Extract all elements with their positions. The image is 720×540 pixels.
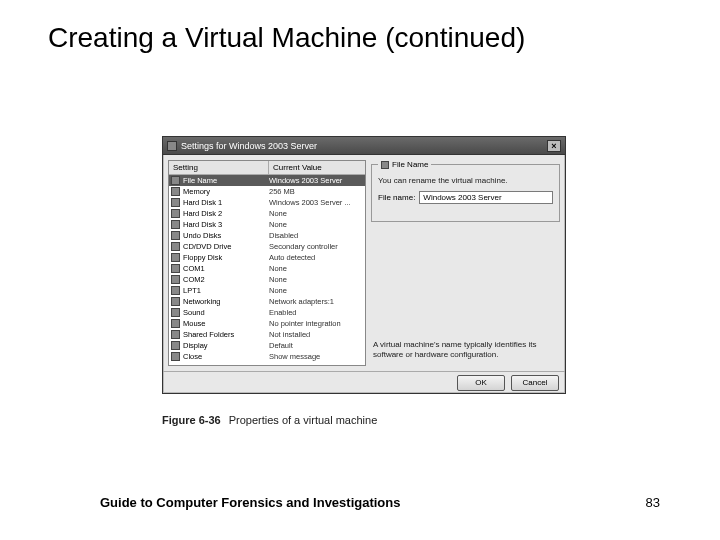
- settings-row[interactable]: Floppy DiskAuto detected: [169, 252, 365, 263]
- file-icon: [171, 176, 180, 185]
- undo-icon: [171, 231, 180, 240]
- sound-icon: [171, 308, 180, 317]
- setting-name: COM2: [183, 274, 269, 285]
- details-panel: File Name You can rename the virtual mac…: [371, 160, 560, 366]
- setting-name: Hard Disk 3: [183, 219, 269, 230]
- setting-name: Undo Disks: [183, 230, 269, 241]
- file-icon: [381, 161, 389, 169]
- titlebar[interactable]: Settings for Windows 2003 Server ×: [163, 137, 565, 155]
- setting-value: Enabled: [269, 307, 363, 318]
- filename-input[interactable]: Windows 2003 Server: [419, 191, 553, 204]
- group-title-text: File Name: [392, 160, 428, 169]
- setting-value: Not installed: [269, 329, 363, 340]
- setting-name: Display: [183, 340, 269, 351]
- setting-value: 256 MB: [269, 186, 363, 197]
- ok-button[interactable]: OK: [457, 375, 505, 391]
- filename-group: File Name You can rename the virtual mac…: [371, 164, 560, 222]
- settings-row[interactable]: Hard Disk 3None: [169, 219, 365, 230]
- memory-icon: [171, 187, 180, 196]
- settings-row[interactable]: SoundEnabled: [169, 307, 365, 318]
- setting-name: Hard Disk 2: [183, 208, 269, 219]
- cancel-button[interactable]: Cancel: [511, 375, 559, 391]
- page-number: 83: [646, 495, 660, 510]
- settings-row[interactable]: Memory256 MB: [169, 186, 365, 197]
- setting-name: Mouse: [183, 318, 269, 329]
- settings-row[interactable]: MouseNo pointer integration: [169, 318, 365, 329]
- com-icon: [171, 275, 180, 284]
- setting-value: Windows 2003 Server ...: [269, 197, 363, 208]
- com-icon: [171, 264, 180, 273]
- hint-text: A virtual machine's name typically ident…: [371, 338, 560, 366]
- dialog-buttons: OK Cancel: [163, 371, 565, 395]
- setting-name: COM1: [183, 263, 269, 274]
- app-icon: [167, 141, 177, 151]
- setting-name: File Name: [183, 175, 269, 186]
- setting-name: CD/DVD Drive: [183, 241, 269, 252]
- settings-row[interactable]: Shared FoldersNot installed: [169, 329, 365, 340]
- disk-icon: [171, 209, 180, 218]
- settings-row[interactable]: Hard Disk 1Windows 2003 Server ...: [169, 197, 365, 208]
- setting-value: Windows 2003 Server: [269, 175, 363, 186]
- settings-row[interactable]: COM1None: [169, 263, 365, 274]
- figure-label: Figure 6-36: [162, 414, 221, 426]
- figure-caption: Figure 6-36Properties of a virtual machi…: [162, 414, 377, 426]
- setting-name: Sound: [183, 307, 269, 318]
- settings-list[interactable]: File NameWindows 2003 ServerMemory256 MB…: [169, 175, 365, 365]
- floppy-icon: [171, 253, 180, 262]
- setting-value: None: [269, 285, 363, 296]
- folder-icon: [171, 330, 180, 339]
- setting-name: Memory: [183, 186, 269, 197]
- settings-row[interactable]: LPT1None: [169, 285, 365, 296]
- settings-dialog: Settings for Windows 2003 Server × Setti…: [162, 136, 566, 394]
- group-description: You can rename the virtual machine.: [378, 176, 553, 185]
- setting-name: LPT1: [183, 285, 269, 296]
- setting-value: None: [269, 263, 363, 274]
- close-button[interactable]: ×: [547, 140, 561, 152]
- setting-name: Networking: [183, 296, 269, 307]
- group-title: File Name: [378, 160, 431, 169]
- settings-list-panel: Setting Current Value File NameWindows 2…: [168, 160, 366, 366]
- display-icon: [171, 341, 180, 350]
- cd-icon: [171, 242, 180, 251]
- settings-row[interactable]: NetworkingNetwork adapters:1: [169, 296, 365, 307]
- network-icon: [171, 297, 180, 306]
- close-icon: [171, 352, 180, 361]
- setting-value: None: [269, 219, 363, 230]
- setting-value: Disabled: [269, 230, 363, 241]
- lpt-icon: [171, 286, 180, 295]
- column-setting[interactable]: Setting: [169, 161, 269, 174]
- settings-row[interactable]: DisplayDefault: [169, 340, 365, 351]
- setting-value: Auto detected: [269, 252, 363, 263]
- settings-row[interactable]: CD/DVD DriveSecondary controller: [169, 241, 365, 252]
- setting-name: Close: [183, 351, 269, 362]
- figure-text: Properties of a virtual machine: [229, 414, 378, 426]
- disk-icon: [171, 198, 180, 207]
- setting-name: Floppy Disk: [183, 252, 269, 263]
- setting-value: None: [269, 208, 363, 219]
- setting-value: None: [269, 274, 363, 285]
- setting-value: Default: [269, 340, 363, 351]
- settings-row[interactable]: Undo DisksDisabled: [169, 230, 365, 241]
- disk-icon: [171, 220, 180, 229]
- setting-value: Secondary controller: [269, 241, 363, 252]
- setting-name: Hard Disk 1: [183, 197, 269, 208]
- filename-label: File name:: [378, 193, 415, 202]
- footer-text: Guide to Computer Forensics and Investig…: [100, 495, 401, 510]
- mouse-icon: [171, 319, 180, 328]
- setting-name: Shared Folders: [183, 329, 269, 340]
- settings-row[interactable]: File NameWindows 2003 Server: [169, 175, 365, 186]
- settings-row[interactable]: CloseShow message: [169, 351, 365, 362]
- column-value[interactable]: Current Value: [269, 161, 365, 174]
- column-headers: Setting Current Value: [169, 161, 365, 175]
- setting-value: Show message: [269, 351, 363, 362]
- setting-value: No pointer integration: [269, 318, 363, 329]
- settings-row[interactable]: COM2None: [169, 274, 365, 285]
- setting-value: Network adapters:1: [269, 296, 363, 307]
- settings-row[interactable]: Hard Disk 2None: [169, 208, 365, 219]
- slide-title: Creating a Virtual Machine (continued): [48, 22, 525, 54]
- window-title: Settings for Windows 2003 Server: [181, 141, 547, 151]
